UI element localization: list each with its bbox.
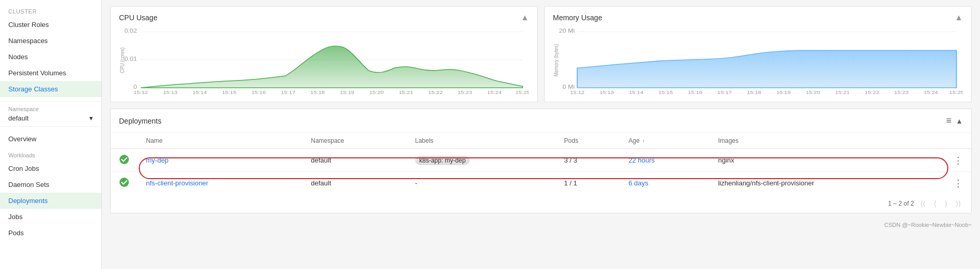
- svg-text:0 Mi: 0 Mi: [563, 84, 575, 90]
- sidebar-item-jobs[interactable]: Jobs: [0, 209, 101, 225]
- row2-age-cell: 6 days: [620, 172, 709, 195]
- svg-text:15:12: 15:12: [570, 90, 585, 94]
- svg-text:15:13: 15:13: [600, 90, 614, 94]
- deployments-title: Deployments: [119, 117, 162, 125]
- row2-age-link[interactable]: 6 days: [628, 179, 648, 187]
- namespace-value: default: [8, 114, 29, 122]
- sidebar-item-deployments[interactable]: Deployments: [0, 193, 101, 209]
- prev-page-button[interactable]: ⟨: [932, 198, 938, 209]
- chevron-down-icon: ▾: [89, 114, 93, 122]
- memory-chart-title: Memory Usage: [553, 14, 602, 22]
- workloads-section-label: Workloads: [0, 147, 101, 160]
- charts-row: CPU Usage ▲ 0.02 0.01 0: [102, 0, 980, 109]
- namespace-label: Namespace: [8, 106, 93, 112]
- svg-text:0: 0: [134, 84, 137, 90]
- svg-text:15:25: 15:25: [949, 90, 963, 94]
- first-page-button[interactable]: ⟨⟨: [918, 198, 928, 209]
- last-page-button[interactable]: ⟩⟩: [953, 198, 963, 209]
- namespace-select[interactable]: default ▾: [8, 114, 93, 122]
- main-content: CPU Usage ▲ 0.02 0.01 0: [102, 0, 980, 269]
- th-age[interactable]: Age ↑: [620, 133, 709, 149]
- sidebar-item-namespaces[interactable]: Namespaces: [0, 33, 101, 49]
- deployments-actions: ≡ ▲: [946, 115, 963, 126]
- row2-name-cell: nfs-client-provisioner: [138, 172, 302, 195]
- row1-namespace-cell: default: [302, 149, 407, 172]
- svg-text:15:24: 15:24: [923, 90, 938, 94]
- sidebar-item-pods[interactable]: Pods: [0, 225, 101, 241]
- th-namespace[interactable]: Namespace: [302, 133, 407, 149]
- row1-action-cell: ⋮: [945, 149, 971, 172]
- table-row: nfs-client-provisioner default - 1 / 1 6…: [111, 172, 971, 195]
- svg-text:15:17: 15:17: [718, 90, 732, 94]
- svg-text:15:14: 15:14: [629, 90, 643, 94]
- svg-text:15:20: 15:20: [369, 90, 384, 94]
- svg-text:20 Mi: 20 Mi: [559, 28, 575, 34]
- svg-text:15:24: 15:24: [487, 90, 502, 94]
- watermark: CSDN @~Rookie~Newbie~Noob~: [102, 220, 980, 230]
- sidebar-item-storage-classes[interactable]: Storage Classes: [0, 81, 101, 97]
- svg-text:15:19: 15:19: [340, 90, 354, 94]
- row1-status-cell: [111, 149, 138, 172]
- deployments-table: Name Namespace Labels Pods Age ↑ Images: [111, 133, 971, 194]
- th-labels[interactable]: Labels: [407, 133, 556, 149]
- filter-icon[interactable]: ≡: [946, 115, 952, 126]
- svg-text:15:14: 15:14: [192, 90, 207, 94]
- sidebar-item-cluster-roles[interactable]: Cluster Roles: [0, 17, 101, 33]
- memory-chart-collapse-button[interactable]: ▲: [955, 13, 963, 22]
- svg-text:15:13: 15:13: [163, 90, 178, 94]
- svg-text:15:16: 15:16: [688, 90, 703, 94]
- svg-text:CPU (cores): CPU (cores): [119, 47, 125, 73]
- th-pods[interactable]: Pods: [556, 133, 620, 149]
- th-actions: [945, 133, 971, 149]
- namespace-section: Namespace default ▾: [0, 101, 101, 127]
- row2-status-cell: [111, 172, 138, 195]
- svg-text:15:12: 15:12: [134, 90, 148, 94]
- row1-age-link[interactable]: 22 hours: [628, 156, 655, 164]
- row1-age-cell: 22 hours: [620, 149, 709, 172]
- svg-text:15:15: 15:15: [658, 90, 673, 94]
- row2-more-menu-button[interactable]: ⋮: [953, 178, 963, 189]
- cpu-chart-title: CPU Usage: [119, 14, 157, 22]
- ok-status-icon: [119, 154, 129, 165]
- sidebar-item-cron-jobs[interactable]: Cron Jobs: [0, 160, 101, 177]
- cpu-chart-card: CPU Usage ▲ 0.02 0.01 0: [110, 6, 538, 102]
- row2-action-cell: ⋮: [945, 172, 971, 195]
- deployments-section: Deployments ≡ ▲ Name Namespace Labels Po…: [110, 109, 972, 213]
- deployments-header: Deployments ≡ ▲: [111, 109, 971, 133]
- svg-point-41: [120, 178, 129, 187]
- svg-text:15:16: 15:16: [251, 90, 266, 94]
- sidebar-item-nodes[interactable]: Nodes: [0, 49, 101, 65]
- deployment-name-nfs[interactable]: nfs-client-provisioner: [146, 179, 208, 187]
- svg-text:0.02: 0.02: [125, 28, 137, 34]
- svg-text:15:19: 15:19: [776, 90, 791, 94]
- pagination: 1 – 2 of 2 ⟨⟨ ⟨ ⟩ ⟩⟩: [111, 194, 971, 213]
- row1-label-chip: k8s-app: my-dep: [415, 156, 470, 165]
- row2-pods-cell: 1 / 1: [556, 172, 620, 195]
- row1-pods-cell: 3 / 3: [556, 149, 620, 172]
- row2-labels-cell: -: [407, 172, 556, 195]
- deployment-name-my-dep[interactable]: my-dep: [146, 156, 168, 164]
- cpu-chart-header: CPU Usage ▲: [119, 13, 529, 22]
- sidebar-item-persistent-volumes[interactable]: Persistent Volumes: [0, 65, 101, 81]
- cpu-chart-collapse-button[interactable]: ▲: [521, 13, 529, 22]
- th-status: [111, 133, 138, 149]
- th-images[interactable]: Images: [710, 133, 945, 149]
- sidebar-item-daemon-sets[interactable]: Daemon Sets: [0, 177, 101, 193]
- row1-labels-cell: k8s-app: my-dep: [407, 149, 556, 172]
- svg-text:15:20: 15:20: [806, 90, 820, 94]
- th-name[interactable]: Name: [138, 133, 302, 149]
- svg-point-40: [120, 155, 129, 164]
- next-page-button[interactable]: ⟩: [943, 198, 949, 209]
- svg-text:15:17: 15:17: [281, 90, 296, 94]
- row1-more-menu-button[interactable]: ⋮: [953, 155, 963, 166]
- cpu-chart-svg: 0.02 0.01 0 15:12 15:13 15:14: [119, 26, 529, 94]
- sidebar-item-overview[interactable]: Overview: [0, 131, 101, 147]
- deployments-collapse-button[interactable]: ▲: [956, 117, 963, 125]
- row2-namespace-cell: default: [302, 172, 407, 195]
- svg-text:15:21: 15:21: [399, 90, 413, 94]
- svg-text:15:23: 15:23: [458, 90, 472, 94]
- svg-text:15:15: 15:15: [222, 90, 236, 94]
- svg-text:15:23: 15:23: [894, 90, 909, 94]
- table-header-row: Name Namespace Labels Pods Age ↑ Images: [111, 133, 971, 149]
- svg-text:15:22: 15:22: [428, 90, 443, 94]
